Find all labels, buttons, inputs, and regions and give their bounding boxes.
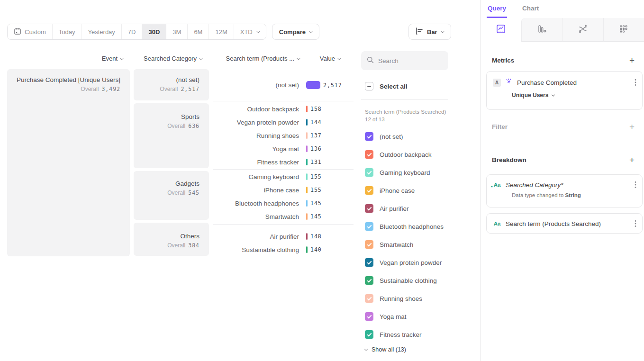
breakdown-note: Data type changed to String [512, 192, 636, 198]
column-header-value[interactable]: Value [310, 55, 341, 62]
segment-item-outdoor-backpack[interactable]: Outdoor backpack [365, 145, 444, 163]
date-range-xtd[interactable]: XTD [234, 24, 266, 39]
check-icon [367, 206, 372, 210]
breakdown-card[interactable]: Aa* Searched Category* Data type changed… [486, 174, 643, 208]
term-group: (not set)2,517 [213, 69, 354, 101]
segment-item-fitness-tracker[interactable]: Fitness tracker [365, 325, 444, 343]
search-term-label: Air purifier [213, 233, 306, 240]
event-cell: Purchase Completed [Unique Users] Overal… [7, 69, 130, 256]
segment-item-iphone-case[interactable]: iPhone case [365, 181, 444, 199]
date-range-yesterday[interactable]: Yesterday [82, 24, 122, 39]
term-group: Outdoor backpack158Vegan protein powder1… [213, 101, 354, 169]
term-group: Gaming keyboard155iPhone case155Bluetoot… [213, 169, 354, 224]
check-icon [367, 224, 372, 228]
add-metric-button[interactable]: + [629, 56, 635, 65]
value-bar [306, 246, 308, 253]
select-all-row[interactable]: Select all [365, 82, 408, 90]
segment-item-sustainable-clothing[interactable]: Sustainable clothing [365, 271, 444, 289]
search-term-label: Smartwatch [213, 213, 306, 220]
report-tab-funnels[interactable] [521, 18, 562, 42]
segment-item--not-set-[interactable]: (not set) [365, 127, 444, 145]
compare-button[interactable]: Compare [272, 24, 319, 40]
kebab-menu-icon[interactable] [635, 79, 636, 86]
table-row[interactable]: Air purifier148 [213, 230, 354, 243]
table-row[interactable]: Outdoor backpack158 [213, 102, 354, 116]
table-row[interactable]: Gaming keyboard155 [213, 170, 354, 183]
report-tab-flows[interactable] [562, 18, 603, 42]
date-range-30d[interactable]: 30D [142, 24, 166, 39]
report-tab-retention[interactable] [603, 18, 644, 42]
column-header-event[interactable]: Event [7, 55, 123, 62]
segment-item-label: Yoga mat [380, 313, 407, 320]
metric-name: Purchase Completed [517, 79, 630, 86]
segment-item-smartwatch[interactable]: Smartwatch [365, 235, 444, 253]
chevron-down-icon [364, 347, 368, 351]
segment-item-air-purifier[interactable]: Air purifier [365, 199, 444, 217]
kebab-menu-icon[interactable] [635, 181, 636, 189]
add-filter-button[interactable]: + [629, 122, 635, 131]
table-row[interactable]: Vegan protein powder144 [213, 116, 354, 129]
breakdown-card[interactable]: Aa Search term (Products Searched) [486, 213, 643, 234]
checkbox[interactable] [365, 222, 373, 231]
segment-item-running-shoes[interactable]: Running shoes [365, 289, 444, 307]
tab-query[interactable]: Query [487, 0, 507, 18]
value-text: 145 [310, 213, 322, 220]
date-range-3m[interactable]: 3M [166, 24, 188, 39]
checkbox[interactable] [365, 258, 373, 267]
value-bar [306, 132, 308, 139]
chevron-down-icon [256, 29, 260, 33]
chevron-down-icon [120, 56, 124, 60]
table-row[interactable]: Bluetooth headphones145 [213, 197, 354, 210]
search-box[interactable] [361, 51, 448, 70]
table-row[interactable]: Smartwatch145 [213, 210, 354, 223]
segment-item-vegan-protein-powder[interactable]: Vegan protein powder [365, 253, 444, 271]
date-range-7d[interactable]: 7D [122, 24, 143, 39]
search-input[interactable] [378, 57, 440, 64]
event-name: Purchase Completed [Unique Users] [12, 76, 120, 84]
date-range-today[interactable]: Today [53, 24, 82, 39]
segment-item-label: Gaming keyboard [380, 169, 430, 176]
tab-chart[interactable]: Chart [521, 0, 540, 18]
table-row[interactable]: (not set)2,517 [213, 76, 354, 94]
checkbox[interactable] [365, 312, 373, 321]
checkbox[interactable] [365, 168, 373, 177]
table-row[interactable]: Sustainable clothing140 [213, 243, 354, 256]
filter-heading: Filter [492, 123, 508, 130]
search-term-label: (not set) [213, 81, 306, 89]
value-cell: 144 [306, 119, 354, 126]
value-bar [306, 81, 320, 89]
segment-item-label: iPhone case [380, 187, 415, 194]
segment-item-bluetooth-headphones[interactable]: Bluetooth headphones [365, 217, 444, 235]
checkbox[interactable] [365, 294, 373, 303]
checkbox[interactable] [365, 330, 373, 339]
retention-icon [618, 24, 629, 36]
segment-item-label: Smartwatch [380, 241, 413, 248]
table-row[interactable]: Fitness tracker131 [213, 155, 354, 169]
table-row[interactable]: Yoga mat136 [213, 142, 354, 155]
date-range-6m[interactable]: 6M [188, 24, 209, 39]
metric-aggregation-dropdown[interactable]: Unique Users [512, 92, 636, 99]
date-range-12m[interactable]: 12M [209, 24, 234, 39]
table-row[interactable]: Running shoes137 [213, 129, 354, 142]
kebab-menu-icon[interactable] [635, 220, 636, 227]
metric-card[interactable]: A Purchase Completed Unique Users [486, 71, 643, 110]
string-property-icon: Aa* [493, 182, 501, 188]
checkbox[interactable] [365, 204, 373, 213]
checkbox[interactable] [365, 150, 373, 159]
table-row[interactable]: iPhone case155 [213, 183, 354, 197]
segment-item-yoga-mat[interactable]: Yoga mat [365, 307, 444, 325]
date-range-custom[interactable]: Custom [8, 24, 53, 39]
checkbox[interactable] [365, 240, 373, 249]
checkbox[interactable] [365, 132, 373, 141]
checkbox[interactable] [365, 276, 373, 285]
select-all-checkbox[interactable] [365, 82, 373, 90]
segment-item-gaming-keyboard[interactable]: Gaming keyboard [365, 163, 444, 181]
show-all-toggle[interactable]: Show all (13) [365, 346, 406, 353]
report-tab-insights[interactable] [481, 18, 521, 42]
column-header-search-term[interactable]: Search term (Products ... [213, 55, 300, 62]
column-header-searched-category[interactable]: Searched Category [134, 55, 202, 62]
checkbox[interactable] [365, 186, 373, 195]
value-cell: 140 [306, 246, 354, 253]
search-term-label: Gaming keyboard [213, 173, 306, 180]
add-breakdown-button[interactable]: + [629, 155, 635, 164]
